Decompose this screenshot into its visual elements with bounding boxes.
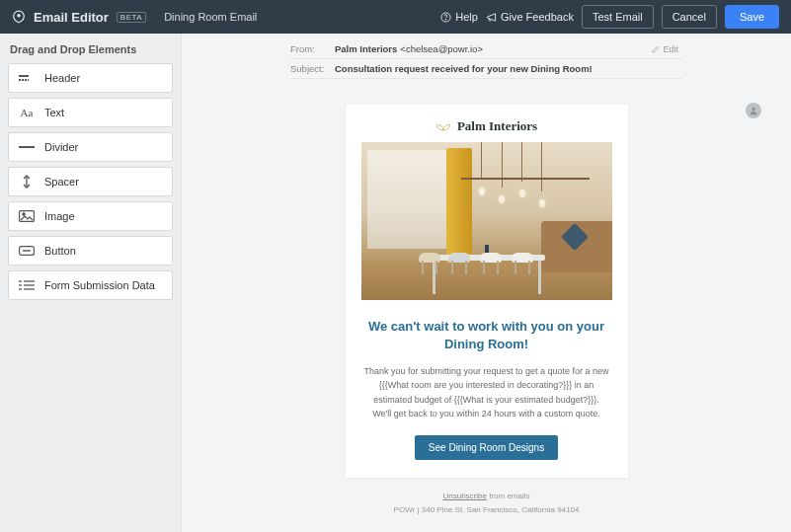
unsubscribe-link[interactable]: Unsubscribe xyxy=(442,492,486,500)
element-text[interactable]: Aa Text xyxy=(8,98,173,127)
element-image[interactable]: Image xyxy=(8,201,173,231)
megaphone-icon xyxy=(486,12,497,23)
brand-row: Palm Interiors xyxy=(361,118,612,134)
from-email: <chelsea@powr.io> xyxy=(400,43,483,54)
text-icon: Aa xyxy=(19,107,35,118)
svg-point-2 xyxy=(445,19,446,20)
email-footer: Unsubscribe from emails POWr | 340 Pine … xyxy=(182,490,791,532)
person-icon xyxy=(749,106,758,115)
top-bar-right: Help Give Feedback Test Email Cancel Sav… xyxy=(440,5,779,29)
pencil-icon xyxy=(652,45,660,53)
element-label: Spacer xyxy=(44,176,79,188)
svg-point-7 xyxy=(23,213,25,215)
top-bar-left: Email Editor BETA Dining Room Email xyxy=(12,10,257,25)
leaf-icon xyxy=(435,121,451,132)
app-logo-icon xyxy=(12,10,26,24)
element-form-data[interactable]: Form Submission Data xyxy=(8,270,173,300)
brand-name: Palm Interiors xyxy=(457,118,537,134)
image-icon xyxy=(19,210,35,222)
sidebar-title: Drag and Drop Elements xyxy=(8,43,173,55)
form-data-icon xyxy=(19,279,35,291)
element-divider[interactable]: Divider xyxy=(8,132,173,162)
element-list: Header Aa Text Divider Spacer xyxy=(8,63,173,300)
email-body-text: Thank you for submitting your request to… xyxy=(361,364,612,435)
main-area: Drag and Drop Elements Header Aa Text Di… xyxy=(0,34,791,532)
elements-sidebar: Drag and Drop Elements Header Aa Text Di… xyxy=(0,34,182,532)
help-icon xyxy=(440,12,451,23)
element-label: Button xyxy=(44,245,76,257)
element-spacer[interactable]: Spacer xyxy=(8,167,173,196)
footer-address: POWr | 340 Pine St. San Francisco, Calif… xyxy=(182,503,791,517)
svg-point-0 xyxy=(18,15,20,17)
element-button[interactable]: Button xyxy=(8,236,173,266)
spacer-icon xyxy=(19,176,35,188)
document-title: Dining Room Email xyxy=(164,11,257,23)
element-header[interactable]: Header xyxy=(8,63,173,93)
from-row: From: Palm Interiors <chelsea@powr.io> E… xyxy=(290,39,682,59)
cancel-button[interactable]: Cancel xyxy=(662,5,717,29)
from-label: From: xyxy=(290,43,335,54)
element-label: Header xyxy=(44,72,80,84)
beta-badge: BETA xyxy=(117,12,146,23)
email-cta-button[interactable]: See Dining Room Designs xyxy=(415,435,558,460)
app-title: Email Editor xyxy=(34,10,109,25)
test-email-button[interactable]: Test Email xyxy=(582,5,654,29)
unsubscribe-tail: from emails xyxy=(487,492,530,500)
email-preview-card[interactable]: Palm Interiors xyxy=(346,105,628,478)
user-avatar[interactable] xyxy=(746,103,761,118)
help-label: Help xyxy=(455,11,478,23)
element-label: Divider xyxy=(44,141,78,153)
svg-point-16 xyxy=(751,108,754,111)
email-meta: From: Palm Interiors <chelsea@powr.io> E… xyxy=(182,34,791,85)
feedback-label: Give Feedback xyxy=(501,11,574,23)
element-label: Form Submission Data xyxy=(44,279,155,291)
save-button[interactable]: Save xyxy=(725,5,779,29)
subject-row: Subject: Consultation request received f… xyxy=(290,59,682,79)
element-label: Text xyxy=(44,107,64,118)
subject-label: Subject: xyxy=(290,63,335,74)
email-headline: We can't wait to work with you on your D… xyxy=(361,318,612,364)
from-name: Palm Interiors xyxy=(335,43,397,54)
divider-icon xyxy=(19,141,35,153)
email-canvas[interactable]: From: Palm Interiors <chelsea@powr.io> E… xyxy=(182,34,791,532)
edit-meta-link[interactable]: Edit xyxy=(652,44,682,54)
subject-value: Consultation request received for your n… xyxy=(335,63,593,74)
feedback-link[interactable]: Give Feedback xyxy=(486,11,574,23)
button-icon xyxy=(19,245,35,257)
top-bar: Email Editor BETA Dining Room Email Help… xyxy=(0,0,791,34)
edit-label: Edit xyxy=(663,44,678,54)
hero-image xyxy=(361,142,612,300)
element-label: Image xyxy=(44,210,75,222)
help-link[interactable]: Help xyxy=(440,11,478,23)
header-icon xyxy=(19,72,35,84)
